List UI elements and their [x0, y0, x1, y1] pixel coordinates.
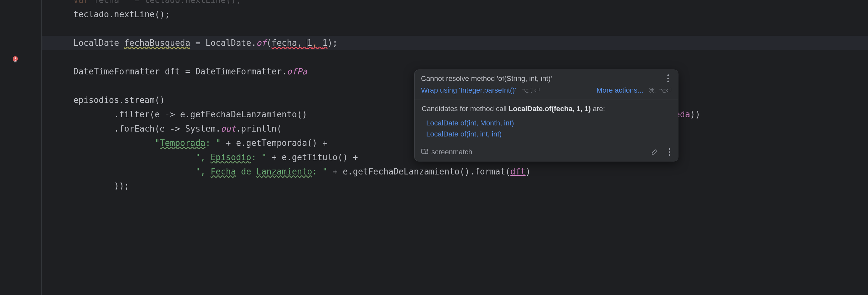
code-token: Fecha [211, 167, 236, 176]
error-tooltip: Cannot resolve method 'of(String, int, i… [414, 69, 678, 161]
code-token: ofPa [287, 67, 307, 76]
candidate-link[interactable]: LocalDate of(int, int, int) [426, 129, 671, 140]
code-token: .forEach(e -> System. [73, 124, 221, 134]
code-token: episodios [73, 95, 119, 105]
code-line[interactable]: teclado.nextLine(); [42, 7, 868, 22]
code-token [73, 152, 195, 162]
more-actions-link[interactable]: More actions... [597, 86, 643, 94]
tooltip-header: Cannot resolve method 'of(String, int, i… [414, 70, 678, 86]
code-token: = DateTimeFormatter. [180, 67, 287, 76]
code-token: Temporada [160, 138, 206, 148]
code-token: ) [526, 167, 531, 176]
tooltip-actions: Wrap using 'Integer.parseInt()' ⌥⇧⏎ More… [414, 86, 678, 99]
code-token: .filter(e -> e.getFechaDeLanzamiento() [73, 110, 307, 119]
code-token [73, 138, 155, 148]
code-token: + e.getTitulo() + [267, 152, 358, 162]
code-token: fecha, [272, 38, 307, 48]
code-line[interactable]: )); [42, 179, 868, 193]
code-token: + e.getTemporada() + [221, 138, 328, 148]
edit-icon[interactable] [650, 148, 659, 156]
candidate-list: LocalDate of(int, Month, int) LocalDate … [422, 118, 671, 140]
code-line[interactable]: ", Fecha de Lanzamiento: " + e.getFechaD… [42, 165, 868, 179]
code-token: )); [73, 181, 129, 191]
svg-rect-5 [425, 151, 428, 154]
code-token: of [256, 38, 267, 48]
code-token: DateTimeFormatter [73, 67, 165, 76]
code-token: 1 [322, 38, 328, 48]
module-name: screenmatch [431, 148, 472, 156]
quickfix-link[interactable]: Wrap using 'Integer.parseInt()' [421, 86, 516, 94]
code-line-empty[interactable] [42, 50, 868, 64]
body-prefix: Candidates for method call [422, 105, 509, 113]
code-token: teclado [73, 9, 109, 19]
code-token: : " [312, 167, 328, 176]
code-token: : " [206, 138, 221, 148]
code-token: .nextLine(); [109, 9, 170, 19]
body-call: LocalDate.of(fecha, 1, 1) [509, 105, 591, 113]
code-line[interactable]: var fecha = teclado.nextLine(); [42, 0, 868, 7]
code-token [73, 167, 195, 176]
code-token: LocalDate [73, 38, 124, 48]
code-token: 1 [307, 38, 312, 48]
code-token: .nextLine(); [180, 0, 241, 5]
code-token: = [119, 0, 145, 5]
code-token: .stream() [119, 95, 165, 105]
svg-rect-2 [15, 60, 16, 61]
code-token: fechaBusqueda [124, 38, 190, 48]
code-token: var [73, 0, 94, 5]
code-token: out [221, 124, 236, 134]
code-token: de [236, 167, 256, 176]
code-token: teclado [145, 0, 180, 5]
gutter-separator [41, 0, 42, 295]
code-token: fecha [94, 0, 119, 5]
more-vert-icon[interactable] [664, 75, 672, 82]
code-token: , [312, 38, 322, 48]
code-token: ", [195, 167, 211, 176]
editor-gutter [0, 0, 25, 295]
code-token: ", [195, 152, 211, 162]
code-token: Episodio [211, 152, 251, 162]
module-icon [421, 148, 428, 156]
tooltip-body: Candidates for method call LocalDate.of(… [414, 99, 678, 146]
code-token: : " [251, 152, 267, 162]
code-token: dft [510, 167, 526, 176]
tooltip-footer: screenmatch [414, 146, 678, 161]
code-token: )) [690, 110, 700, 119]
code-token: + e.getFechaDeLanzamiento().format( [328, 167, 510, 176]
error-bulb-icon[interactable] [12, 56, 19, 63]
svg-rect-1 [15, 58, 16, 59]
quickfix-shortcut: ⌥⇧⏎ [521, 86, 540, 94]
code-token: ); [328, 38, 338, 48]
svg-rect-3 [14, 61, 17, 62]
code-token: .println( [236, 124, 282, 134]
code-token: dft [165, 67, 180, 76]
code-line-empty[interactable] [42, 22, 868, 36]
code-token: ( [267, 38, 272, 48]
code-token: " [155, 138, 160, 148]
more-actions-shortcut: ⌘. ⌥⏎ [649, 86, 672, 94]
code-editor[interactable]: var fecha = teclado.nextLine(); teclado.… [0, 0, 868, 295]
code-line-error[interactable]: LocalDate fechaBusqueda = LocalDate.of(f… [42, 36, 868, 50]
tooltip-title: Cannot resolve method 'of(String, int, i… [421, 75, 552, 83]
body-suffix: are: [591, 105, 605, 113]
code-token: = LocalDate. [190, 38, 256, 48]
more-vert-icon[interactable] [666, 148, 673, 156]
code-token: Lanzamiento [256, 167, 312, 176]
candidate-link[interactable]: LocalDate of(int, Month, int) [426, 118, 671, 129]
